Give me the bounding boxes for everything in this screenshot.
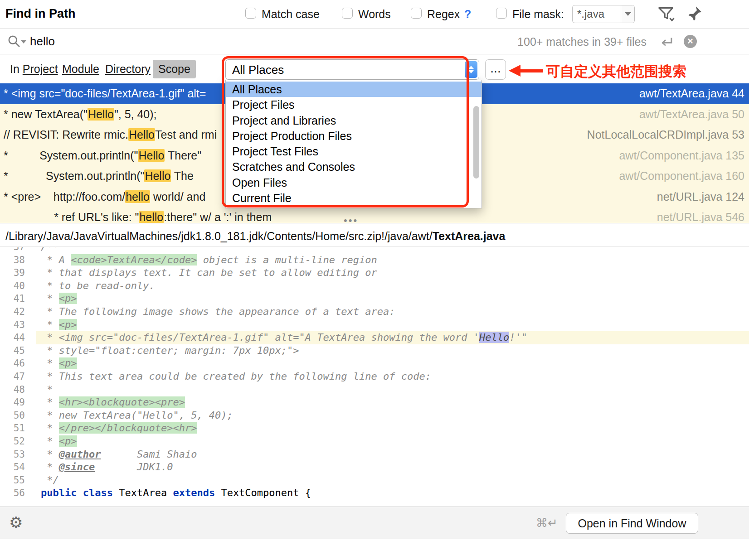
code-content: * @since JDK1.0 [36, 461, 749, 474]
scope-tab-module[interactable]: Module [62, 63, 99, 76]
file-mask-label[interactable]: File mask: [512, 8, 564, 21]
result-snippet: * ref URL's like: "hello:there" w/ a ':'… [4, 211, 272, 223]
line-number: 40 [0, 280, 36, 293]
result-file-ref: awt/Component.java 160 [610, 169, 744, 183]
snippet-text: * ref URL's like: " [4, 211, 139, 223]
line-number: 45 [0, 344, 36, 357]
code-token: <p> [59, 319, 77, 330]
scope-option-open-files[interactable]: Open Files [226, 175, 482, 190]
code-line: 37/** [0, 247, 749, 254]
match-highlight: Hello [88, 108, 114, 121]
result-file-ref: NotLocalLocalCRDImpl.java 53 [578, 128, 744, 141]
filter-icon[interactable] [657, 6, 676, 22]
code-token: object is a multi-line region [197, 254, 377, 266]
code-token: * [41, 384, 53, 395]
file-mask-checkbox[interactable] [496, 8, 507, 19]
code-token: <p> [59, 357, 77, 369]
match-case-label[interactable]: Match case [262, 8, 320, 21]
scope-tab-directory[interactable]: Directory [105, 63, 151, 76]
scope-option-current-file[interactable]: Current File [226, 190, 482, 206]
code-token: * [41, 293, 59, 304]
search-icon [7, 34, 21, 48]
words-checkbox[interactable] [342, 8, 353, 19]
scope-tab-label: Directory [105, 63, 151, 75]
line-number: 55 [0, 474, 36, 487]
code-content: * style="float:center; margin: 7px 10px;… [36, 344, 749, 357]
snippet-text: * System.out.println(" [4, 149, 138, 162]
combobox-spinner-icon[interactable] [465, 61, 477, 78]
splitter-handle[interactable]: ••• [344, 215, 358, 227]
code-token: * [41, 319, 59, 330]
search-input[interactable]: hello [30, 34, 55, 48]
chevron-down-icon[interactable] [621, 5, 634, 23]
search-match-highlight: Hello [479, 332, 509, 343]
regex-help-icon[interactable]: ? [464, 8, 471, 21]
result-snippet: * new TextArea("Hello", 5, 40); [4, 108, 157, 121]
preview-path-row: /Library/Java/JavaVirtualMachines/jdk1.8… [0, 223, 749, 247]
open-in-find-window-button[interactable]: Open in Find Window [566, 513, 698, 534]
code-content: * <p> [36, 319, 749, 332]
code-content: */ [36, 474, 749, 487]
pin-icon[interactable] [686, 5, 703, 22]
line-number: 51 [0, 422, 36, 435]
scope-tab-project[interactable]: In Project [10, 63, 58, 76]
scope-option-project-production-files[interactable]: Project Production Files [226, 128, 482, 144]
result-snippet: * <pre> http://foo.com/hello world/ and [4, 190, 205, 203]
line-number: 47 [0, 370, 36, 383]
code-line: 43 * <p> [0, 319, 749, 332]
file-mask-combobox[interactable]: *.java [572, 5, 635, 23]
match-case-checkbox[interactable] [245, 8, 256, 19]
enter-icon [658, 35, 675, 49]
code-line: 50 * new TextArea("Hello", 5, 40); [0, 409, 749, 422]
code-line: 42 * The following image shows the appea… [0, 305, 749, 319]
match-highlight: Hello [128, 128, 155, 141]
code-content: * A <code>TextArea</code> object is a mu… [36, 254, 749, 267]
code-token: @since [59, 461, 95, 473]
regex-checkbox[interactable] [411, 8, 422, 19]
bottom-strip [0, 539, 749, 560]
snippet-text: * new TextArea(" [4, 108, 88, 121]
line-number: 42 [0, 305, 36, 319]
gear-icon[interactable]: ⚙ [9, 513, 23, 531]
search-history-chevron-icon[interactable] [21, 40, 26, 43]
popup-scrollbar[interactable] [473, 106, 479, 179]
code-token: * A [41, 254, 71, 266]
scope-combobox[interactable]: All Places [225, 59, 479, 80]
code-token: * [41, 435, 59, 447]
result-file-ref: awt/Component.java 135 [610, 149, 744, 162]
line-number: 46 [0, 357, 36, 370]
result-row[interactable]: * ref URL's like: "hello:there" w/ a ':'… [0, 207, 749, 223]
clear-search-button[interactable]: × [684, 35, 697, 48]
code-content: * that displays text. It can be set to a… [36, 266, 749, 280]
dialog-title: Find in Path [5, 7, 76, 21]
scope-more-button[interactable]: ... [485, 59, 506, 80]
result-file-ref: awt/TextArea.java 44 [630, 87, 744, 100]
code-line: 55 */ [0, 474, 749, 487]
scope-tab-scope[interactable]: Scope [153, 60, 196, 78]
file-mask-value: *.java [573, 5, 621, 23]
file-path-filename: TextArea.java [433, 230, 506, 242]
match-highlight: Hello [144, 169, 171, 182]
scope-option-project-and-libraries[interactable]: Project and Libraries [226, 113, 482, 128]
line-number: 38 [0, 254, 36, 267]
regex-label[interactable]: Regex [427, 8, 460, 21]
code-content: * <p> [36, 435, 749, 448]
snippet-text: * <img src="doc-files/TextArea-1.gif" al… [4, 87, 206, 100]
scope-option-project-files[interactable]: Project Files [226, 97, 482, 112]
line-number: 44 [0, 331, 36, 344]
scope-option-scratches-and-consoles[interactable]: Scratches and Consoles [226, 159, 482, 174]
code-content: * <img src="doc-files/TextArea-1.gif" al… [36, 331, 749, 344]
code-token: * style="float:center; margin: 7px 10px;… [41, 345, 299, 356]
code-line: 49 * <hr><blockquote><pre> [0, 396, 749, 409]
code-token: * that displays text. It can be set to a… [41, 267, 377, 278]
code-token: TextComponent { [215, 487, 311, 498]
words-label[interactable]: Words [358, 8, 391, 21]
file-path-prefix: /Library/Java/JavaVirtualMachines/jdk1.8… [5, 230, 433, 242]
code-token: !'" [509, 332, 527, 343]
code-lines: 37/**38 * A <code>TextArea</code> object… [0, 247, 749, 500]
line-number: 49 [0, 396, 36, 409]
scope-option-project-test-files[interactable]: Project Test Files [226, 144, 482, 159]
annotation-arrow-shaft [520, 69, 543, 72]
scope-option-all-places[interactable]: All Places [226, 82, 482, 97]
code-token: */ [41, 474, 59, 486]
